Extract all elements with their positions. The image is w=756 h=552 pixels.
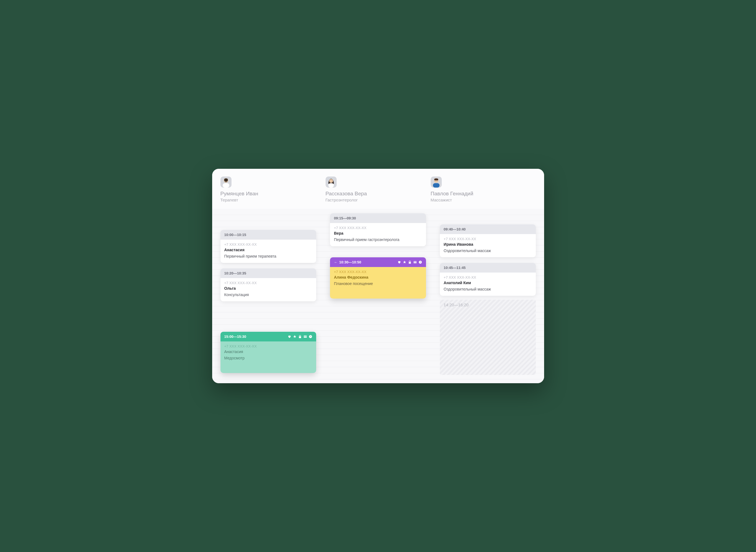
visit-type: Медосмотр (224, 356, 313, 361)
svg-rect-7 (304, 336, 307, 337)
appointment-time: 10:45—11:45 (444, 266, 466, 270)
doctor-column-0: Румянцев Иван Терапевт (220, 176, 326, 202)
appointment-card[interactable]: ← 10:30—10:50 +7 XXX XXX-XX-XX Алина Фед… (330, 257, 426, 298)
appointment-time: 09:15—09:30 (334, 216, 356, 220)
patient-phone: +7 XXX XXX-XX-XX (224, 242, 313, 247)
schedule-window: Румянцев Иван Терапевт Рассказова Вера Г… (212, 169, 544, 384)
schedule-column-0: 10:00—10:15 +7 XXX XXX-XX-XX Анастасия П… (220, 213, 316, 375)
appointment-time-header: 10:00—10:15 (220, 230, 316, 240)
appointment-card[interactable]: 10:45—11:45 +7 XXX XXX-XX-XX Анатолий Ки… (440, 263, 536, 296)
avatar (326, 176, 337, 187)
appointment-time: 10:00—10:15 (224, 233, 247, 237)
doctors-header: Румянцев Иван Терапевт Рассказова Вера Г… (212, 169, 544, 209)
patient-name: Анастасия (224, 350, 313, 354)
card-icon (303, 335, 307, 338)
appointment-card[interactable]: 10:00—10:15 +7 XXX XXX-XX-XX Анастасия П… (220, 230, 316, 263)
appointment-time: 10:20—10:35 (224, 271, 247, 275)
heart-icon (398, 260, 401, 264)
appointment-card[interactable]: 09:40—10:40 +7 XXX XXX-XX-XX Ирина Ивано… (440, 225, 536, 257)
patient-phone: +7 XXX XXX-XX-XX (224, 281, 313, 285)
appointment-time: 10:30—10:50 (339, 260, 361, 264)
doctor-column-1: Рассказова Вера Гастроэнтеролог (326, 176, 431, 202)
arrow-left-icon: ← (334, 260, 337, 264)
clock-icon (309, 335, 312, 338)
appointment-body: +7 XXX XXX-XX-XX Анастасия Первичный при… (220, 240, 316, 263)
lock-icon (408, 260, 412, 264)
visit-type: Консультация (224, 292, 313, 297)
card-icon (413, 260, 417, 264)
appointment-time-header: 15:00—15:30 (220, 332, 316, 341)
appointment-card[interactable]: 10:20—10:35 +7 XXX XXX-XX-XX Ольга Консу… (220, 268, 316, 301)
doctor-column-2: Павлов Геннадий Массажист (431, 176, 536, 202)
visit-type: Оздоровительный массаж (444, 248, 532, 254)
avatar (220, 176, 232, 187)
visit-type: Оздоровительный массаж (444, 287, 532, 292)
appointment-body: +7 XXX XXX-XX-XX Ирина Иванова Оздоровит… (440, 234, 536, 257)
heart-icon (288, 335, 291, 338)
visit-type: Плановое посещение (334, 281, 422, 286)
visit-type: Первичный прием гастроэнтеролога (334, 237, 422, 242)
patient-phone: +7 XXX XXX-XX-XX (444, 237, 532, 241)
appointment-time-header: 09:15—09:30 (330, 213, 426, 223)
appointment-time-header: 10:20—10:35 (220, 268, 316, 278)
appointment-body: +7 XXX XXX-XX-XX Алина Федоскина Планово… (330, 267, 426, 298)
avatar (431, 176, 442, 187)
lock-icon (298, 335, 302, 338)
clock-icon (419, 260, 422, 264)
patient-name: Алина Федоскина (334, 275, 422, 279)
doctor-name: Румянцев Иван (220, 190, 258, 197)
appointment-time: 15:00—15:30 (224, 334, 247, 339)
svg-rect-10 (414, 262, 417, 262)
doctor-role: Гастроэнтеролог (326, 197, 358, 202)
star-icon (403, 260, 406, 264)
appointment-time-header: 09:40—10:40 (440, 225, 536, 234)
patient-phone: +7 XXX XXX-XX-XX (224, 344, 313, 349)
blocked-time-slot: 14:20—16:20 (440, 300, 536, 375)
patient-phone: +7 XXX XXX-XX-XX (334, 270, 422, 274)
appointment-icons (398, 260, 422, 264)
appointment-card[interactable]: 09:15—09:30 +7 XXX XXX-XX-XX Вера Первич… (330, 213, 426, 246)
appointment-time: 09:40—10:40 (444, 227, 466, 231)
patient-name: Ольга (224, 286, 313, 290)
patient-name: Ирина Иванова (444, 242, 532, 247)
doctor-role: Терапевт (220, 197, 238, 202)
svg-point-2 (329, 179, 333, 183)
svg-rect-3 (328, 183, 334, 187)
patient-name: Анатолий Ким (444, 281, 532, 285)
schedule-column-1: 09:15—09:30 +7 XXX XXX-XX-XX Вера Первич… (330, 213, 426, 375)
schedule-grid: 10:00—10:15 +7 XXX XXX-XX-XX Анастасия П… (212, 209, 544, 383)
appointment-body: +7 XXX XXX-XX-XX Ольга Консультация (220, 278, 316, 301)
appointment-time-header: ← 10:30—10:50 (330, 257, 426, 267)
blocked-time: 14:20—16:20 (444, 302, 469, 307)
patient-name: Вера (334, 231, 422, 236)
doctor-role: Массажист (431, 197, 452, 202)
svg-rect-5 (433, 183, 440, 187)
doctor-name: Рассказова Вера (326, 190, 367, 197)
visit-type: Первичный прием терапевта (224, 254, 313, 259)
svg-rect-1 (223, 183, 229, 187)
appointment-body: +7 XXX XXX-XX-XX Вера Первичный прием га… (330, 223, 426, 246)
schedule-column-2: 09:40—10:40 +7 XXX XXX-XX-XX Ирина Ивано… (440, 213, 536, 375)
doctor-name: Павлов Геннадий (431, 190, 474, 197)
star-icon (293, 335, 297, 338)
appointment-card[interactable]: 15:00—15:30 +7 XXX XXX-XX-XX Анастасия М… (220, 332, 316, 373)
appointment-icons (288, 335, 312, 338)
appointment-body: +7 XXX XXX-XX-XX Анатолий Ким Оздоровите… (440, 273, 536, 296)
patient-phone: +7 XXX XXX-XX-XX (444, 275, 532, 279)
patient-name: Анастасия (224, 248, 313, 252)
patient-phone: +7 XXX XXX-XX-XX (334, 226, 422, 230)
appointment-time-header: 10:45—11:45 (440, 263, 536, 273)
appointment-body: +7 XXX XXX-XX-XX Анастасия Медосмотр (220, 341, 316, 373)
